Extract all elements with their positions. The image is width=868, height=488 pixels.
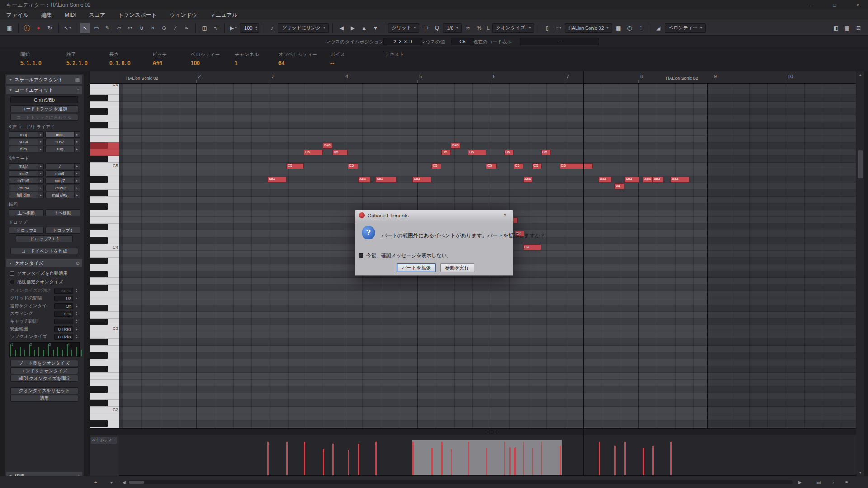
chord-pad[interactable]: min6▸	[45, 170, 80, 177]
close-icon[interactable]: ×	[854, 2, 862, 8]
velocity-lane[interactable]	[119, 435, 856, 476]
black-key[interactable]	[90, 176, 108, 183]
velocity-bar[interactable]	[523, 447, 524, 475]
nudge-right-icon[interactable]: ▶	[348, 23, 358, 33]
piano-key-G#5[interactable]	[90, 108, 119, 115]
midi-note-D#5[interactable]: D#5	[323, 143, 332, 149]
velocity-lane-label[interactable]: ベロシティー	[91, 437, 117, 444]
black-key[interactable]	[90, 95, 108, 101]
field-stepper-icon[interactable]: ▴▾	[75, 288, 79, 293]
piano-key-D#3[interactable]	[90, 305, 119, 312]
chord-pad-label[interactable]: dim	[9, 146, 38, 152]
chord-pad-label[interactable]: sus2	[45, 139, 75, 145]
chord-pad-arrow-icon[interactable]: ▸	[75, 170, 80, 177]
piano-key-G3[interactable]	[90, 278, 119, 285]
midi-note-A#4[interactable]: A#4	[375, 177, 396, 183]
section-quantize[interactable]: ▼ クオンタイズ ⊙	[6, 259, 82, 267]
minimize-icon[interactable]: –	[807, 2, 815, 8]
piano-key-G5[interactable]	[90, 115, 119, 122]
transpose-up-icon[interactable]: ▲	[359, 23, 369, 33]
quantize-button[interactable]: ノート長をクオンタイズ	[10, 360, 78, 366]
range-tool-icon[interactable]: ▭	[91, 23, 101, 33]
checkbox[interactable]	[10, 280, 14, 284]
stepper-down-icon[interactable]: ▾	[76, 314, 77, 316]
chord-pad[interactable]: sus2▸	[45, 139, 80, 145]
quantize-button[interactable]: MIDI クオンタイズを固定	[10, 375, 78, 382]
chord-pad-arrow-icon[interactable]: ▸	[75, 146, 80, 152]
velocity-bar[interactable]	[599, 442, 600, 475]
chord-pad-arrow-icon[interactable]: ▸	[38, 170, 44, 177]
stepper-down-icon[interactable]: ▾	[76, 306, 77, 308]
controller-lane-dropdown[interactable]: ベロシティー ▾	[665, 23, 706, 33]
vertical-scroll-thumb[interactable]	[858, 150, 863, 178]
velocity-bar[interactable]	[624, 442, 626, 475]
piano-key-E5[interactable]	[90, 136, 119, 142]
piano-key-C2[interactable]: C2	[90, 407, 119, 413]
acoustic-feedback-icon[interactable]: ♪	[267, 23, 277, 33]
midi-note-C5[interactable]: C5	[431, 163, 441, 169]
menu-item-マニュアル[interactable]: マニュアル	[210, 11, 237, 19]
chord-pad-label[interactable]: 7sus2	[45, 185, 75, 191]
midi-note-A#4[interactable]: A#4	[412, 177, 431, 183]
quantize-button[interactable]: クオンタイズをリセット	[10, 387, 78, 394]
piano-key-G2[interactable]	[90, 359, 119, 366]
piano-key-D3[interactable]	[90, 312, 119, 319]
chord-pad-arrow-icon[interactable]: ▸	[75, 185, 80, 191]
midi-note-D5[interactable]: D5	[332, 150, 348, 155]
piano-key-A3[interactable]	[90, 264, 119, 271]
black-key[interactable]	[90, 237, 108, 244]
midi-note-A4[interactable]: A4	[614, 183, 624, 189]
piano-key-C#5[interactable]	[90, 156, 119, 163]
part-select-dropdown[interactable]: HALion Sonic 02 ▾	[565, 23, 612, 33]
chord-pad-label[interactable]: min6	[45, 170, 75, 177]
black-key[interactable]	[90, 339, 108, 345]
velocity-bar[interactable]	[358, 444, 359, 475]
field-value[interactable]: 0 %	[54, 311, 73, 317]
piano-key-F4[interactable]	[90, 210, 119, 217]
stepper-down-icon[interactable]: ▾	[76, 321, 77, 324]
edit-active-part-icon[interactable]: ≡▾	[553, 23, 563, 33]
length-quantize-dropdown[interactable]: クオンタイズ. ▾	[492, 23, 534, 33]
midi-note-C5[interactable]: C5	[532, 163, 542, 169]
zoom-add-icon[interactable]: +	[92, 479, 100, 486]
midi-note-D5[interactable]: D5	[441, 150, 451, 155]
piano-key-F#4[interactable]	[90, 203, 119, 210]
stepper-down-icon[interactable]: ▾	[76, 329, 77, 331]
velocity-bar[interactable]	[332, 444, 334, 475]
chord-pad[interactable]: maj7▸	[9, 163, 44, 169]
piano-key-D#2[interactable]	[90, 386, 119, 393]
midi-note-A#4[interactable]: A#4	[523, 177, 532, 183]
zoom-preset-icon[interactable]: ▤	[814, 479, 823, 486]
chord-pad-arrow-icon[interactable]: ▸	[38, 139, 44, 145]
event-colors-icon[interactable]: ▦	[613, 23, 623, 33]
stepper-down-icon[interactable]: ▾	[76, 291, 77, 293]
piano-key-F3[interactable]	[90, 291, 119, 298]
stepper-arrows-icon[interactable]: ▴▾	[255, 25, 257, 31]
black-key[interactable]	[90, 203, 108, 210]
midi-note-D5[interactable]: D5	[468, 150, 486, 155]
quantize-button[interactable]: 適用	[10, 395, 78, 402]
piano-key-F5[interactable]	[90, 129, 119, 136]
black-key[interactable]	[90, 122, 108, 128]
velocity-bar[interactable]	[323, 449, 324, 475]
chord-pad[interactable]: maj▸	[9, 131, 44, 138]
minus-plus-button[interactable]: -|+	[420, 23, 430, 33]
window-layout-left-icon[interactable]: ◧	[831, 23, 841, 33]
chord-pad-label[interactable]: sus4	[9, 139, 38, 145]
black-key[interactable]	[90, 142, 108, 149]
field-value[interactable]: -	[54, 319, 73, 324]
piano-key-A5[interactable]	[90, 102, 119, 108]
chord-pad[interactable]: 7sus4▸	[9, 185, 44, 191]
window-layout-lanes-icon[interactable]: ▤	[842, 23, 852, 33]
position-stepper[interactable]: 100 ▴▾	[240, 23, 259, 33]
chord-pad-label[interactable]: full dim	[9, 192, 38, 198]
piano-key-F2[interactable]	[90, 373, 119, 380]
chord-pad[interactable]: min7▸	[9, 170, 44, 177]
quantize-button[interactable]: エンドをクオンタイズ	[10, 367, 78, 374]
piano-key-G#2[interactable]	[90, 352, 119, 359]
midi-note-A#4[interactable]: A#4	[670, 177, 689, 183]
midi-note-D5[interactable]: D5	[304, 150, 323, 155]
velocity-bar[interactable]	[451, 449, 452, 475]
checkbox[interactable]	[10, 271, 14, 276]
velocity-bar[interactable]	[412, 442, 414, 475]
